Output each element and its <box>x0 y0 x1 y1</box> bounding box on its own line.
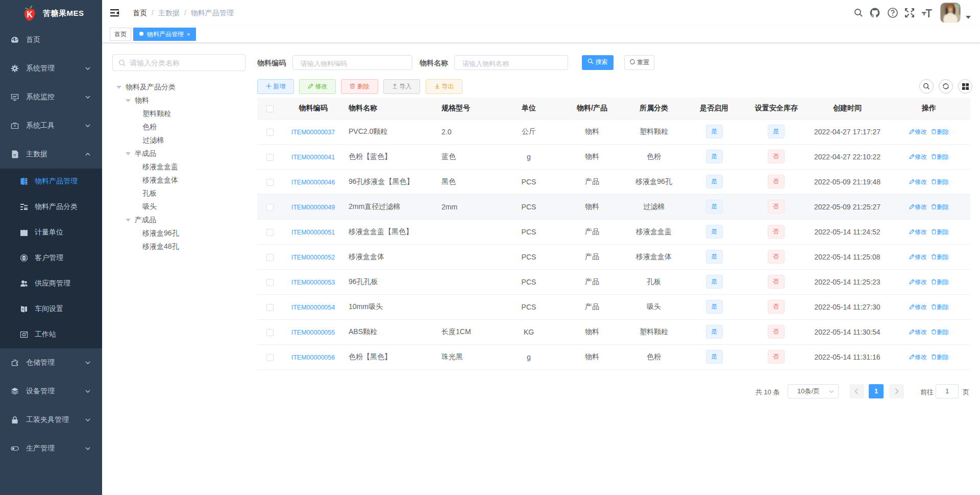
svg-text:K: K <box>27 10 33 19</box>
